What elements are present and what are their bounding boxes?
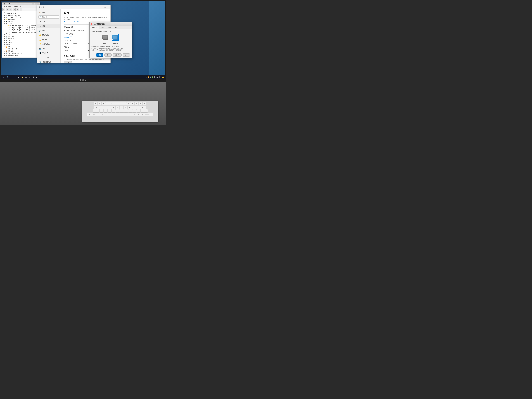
- tree-item-computer[interactable]: ▶ 🖥 计算机: [4, 39, 39, 42]
- key-g[interactable]: G: [112, 106, 115, 109]
- cpu-item-1[interactable]: ⚡ Intel(R) Core(TM) i5-3415M CPU @ 2.30G…: [6, 25, 39, 27]
- sidebar-item-storage[interactable]: 💾 存储: [37, 46, 60, 51]
- close-button[interactable]: ✕: [37, 3, 39, 5]
- menu-action[interactable]: 操作(A): [8, 6, 13, 7]
- key-y[interactable]: Y: [114, 102, 118, 105]
- refresh-button[interactable]: ↻: [13, 8, 16, 11]
- tree-item-monitor[interactable]: ▶ 🖥 监视器: [4, 42, 39, 44]
- key-u[interactable]: U: [118, 102, 122, 105]
- key-bracket-l[interactable]: [: [135, 102, 138, 105]
- volume-icon[interactable]: 🔊: [150, 76, 152, 78]
- key-a[interactable]: A: [94, 106, 99, 109]
- scale-select[interactable]: 100% (推荐) ▾: [64, 32, 90, 36]
- start-button[interactable]: ⊞: [2, 75, 5, 79]
- key-b[interactable]: B: [116, 109, 120, 113]
- key-k[interactable]: K: [124, 106, 127, 109]
- folder-icon[interactable]: 📁: [21, 75, 24, 79]
- store-icon[interactable]: 🛍: [28, 75, 32, 79]
- mail-icon[interactable]: ✉: [24, 75, 28, 79]
- menu-file[interactable]: 文件(F): [2, 6, 7, 7]
- key-alt[interactable]: alt: [96, 113, 100, 116]
- key-cmd[interactable]: ⌘: [100, 113, 105, 116]
- key-x[interactable]: X: [104, 109, 108, 113]
- key-w[interactable]: W: [98, 102, 101, 105]
- sidebar-item-power[interactable]: ⚡ 电源和睡眠: [37, 42, 60, 46]
- key-shift-l[interactable]: Shift: [93, 109, 99, 113]
- sidebar-item-tablet[interactable]: 📱 平板模式: [37, 51, 60, 55]
- sidebar-item-project[interactable]: 📡 投影到此电脑: [37, 60, 60, 63]
- tree-item-mouse[interactable]: ▶ 🖱 鼠标和其他指针设备: [4, 54, 39, 56]
- key-period[interactable]: .: [132, 109, 136, 113]
- search-taskbar-icon[interactable]: 🔍: [6, 75, 9, 79]
- key-p[interactable]: P: [131, 102, 134, 105]
- back-button[interactable]: ◀: [2, 8, 5, 11]
- key-d[interactable]: D: [103, 106, 107, 109]
- key-n[interactable]: N: [120, 109, 124, 113]
- tree-item-sound[interactable]: ▶ 🔊 声音、视频和游戏控制器: [4, 52, 39, 54]
- sidebar-item-sound[interactable]: 🔊 声音: [37, 28, 60, 33]
- key-backslash[interactable]: \: [143, 102, 146, 105]
- key-q[interactable]: Q: [94, 102, 97, 105]
- os-option-windows[interactable]: # BOOTCAMPWindows: [111, 34, 119, 44]
- cpu-item-3[interactable]: ⚡ Intel(R) Core(TM) i5-3415M CPU @ 2.30G…: [6, 29, 39, 31]
- orientation-select[interactable]: 横向 ▾: [64, 49, 90, 52]
- key-j[interactable]: J: [120, 106, 123, 109]
- cancel-button[interactable]: 取消: [105, 53, 112, 57]
- tab-image[interactable]: 图像: [113, 26, 119, 29]
- tree-item-portable[interactable]: ▶ 📱 便携设备: [4, 20, 39, 23]
- powershell-icon[interactable]: ▶: [35, 75, 39, 79]
- key-l[interactable]: L: [128, 106, 132, 109]
- key-down[interactable]: ▼: [145, 114, 149, 116]
- os-option-mac[interactable]: MacmacOS: [102, 34, 109, 44]
- maximize-button[interactable]: □: [104, 6, 106, 8]
- help-button[interactable]: 帮助: [123, 53, 130, 57]
- key-semicolon[interactable]: ;: [132, 106, 136, 109]
- key-r[interactable]: R: [106, 102, 110, 105]
- help-button[interactable]: ?: [19, 8, 22, 11]
- key-right[interactable]: ▶: [149, 113, 153, 116]
- tree-item-bluetooth[interactable]: ▶ 📶 蓝牙: [4, 46, 39, 48]
- sidebar-item-home[interactable]: 🏠 主页: [37, 10, 60, 15]
- chrome-icon[interactable]: ◉: [17, 75, 20, 79]
- key-shift-r[interactable]: Shift: [140, 109, 148, 113]
- tab-display[interactable]: 显示器: [99, 26, 107, 29]
- resolution-select[interactable]: 2560 × 1080 (推荐) ▾: [64, 42, 90, 45]
- key-i[interactable]: I: [122, 102, 126, 105]
- cpu-item-2[interactable]: ⚡ Intel(R) Core(TM) i5-3415M CPU @ 2.30G…: [6, 27, 39, 29]
- menu-help[interactable]: 帮助(H): [19, 6, 24, 7]
- taskview-icon[interactable]: ⊟: [10, 75, 13, 79]
- key-up[interactable]: ▲: [145, 113, 149, 114]
- key-fn[interactable]: fn: [87, 113, 92, 116]
- up-button[interactable]: ▲: [9, 8, 12, 11]
- maximize-button[interactable]: □: [35, 3, 37, 5]
- key-slash[interactable]: /: [136, 109, 140, 113]
- key-ctrl[interactable]: ctrl: [92, 113, 96, 116]
- key-cmd-r[interactable]: ⌘: [132, 113, 137, 116]
- tree-item-processor[interactable]: ▼ ⚙ 处理器: [4, 23, 39, 25]
- key-z[interactable]: Z: [100, 109, 103, 113]
- menu-view[interactable]: 查看(V): [14, 6, 18, 7]
- key-v[interactable]: V: [112, 109, 116, 113]
- sidebar-item-system[interactable]: 🖥 系统: [37, 19, 60, 24]
- close-button[interactable]: ✕: [91, 23, 93, 25]
- tree-item-disk[interactable]: ▶ 💿 磁盘驱动器: [4, 37, 39, 39]
- edge-icon[interactable]: e: [13, 75, 17, 79]
- tree-item-keyboard[interactable]: ▶ ⌨ 键盘: [4, 44, 39, 46]
- key-comma[interactable]: ,: [128, 109, 132, 113]
- chs-ime-icon[interactable]: 中: [154, 76, 155, 78]
- settings-taskbar-icon[interactable]: ⚙: [32, 75, 35, 79]
- ok-button[interactable]: 确定: [96, 53, 103, 57]
- key-enter[interactable]: Enter: [140, 106, 146, 109]
- tab-startup-disk[interactable]: 启动磁盘: [90, 26, 99, 29]
- sidebar-item-notifications[interactable]: 🔔 通知和操作: [37, 33, 60, 37]
- tab-options[interactable]: 选项: [107, 26, 113, 29]
- properties-button[interactable]: ≡: [16, 8, 19, 11]
- key-s[interactable]: S: [99, 106, 103, 109]
- tree-item-usb[interactable]: ▶ ⚙ 通用串行总线控制器: [4, 56, 39, 57]
- key-space[interactable]: [105, 113, 132, 116]
- key-e[interactable]: E: [102, 102, 106, 105]
- notification-center-icon[interactable]: 🔔: [162, 76, 164, 78]
- key-bracket-r[interactable]: ]: [139, 102, 142, 105]
- tree-item-hid[interactable]: ▶ 🖱 人体学输入设备: [4, 48, 39, 50]
- tree-item-storage[interactable]: ▶ 💾 存储: [4, 33, 39, 35]
